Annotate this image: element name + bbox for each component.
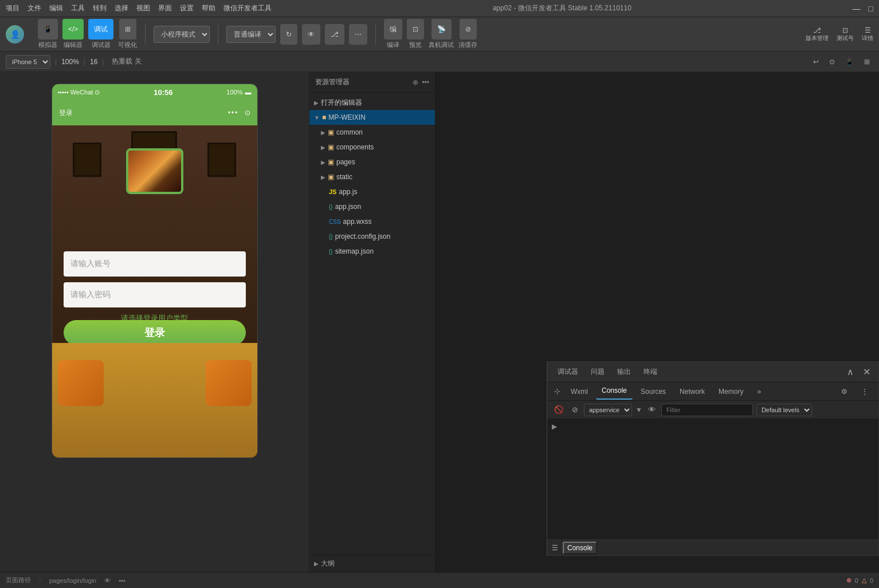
branch-button[interactable]: ⎇ <box>325 24 344 45</box>
folder-common[interactable]: ▶ ▣ common <box>309 125 435 140</box>
compile-select[interactable]: 普通编译 <box>226 26 276 43</box>
compile-button[interactable]: 编 <box>384 19 402 40</box>
more-tabs-button[interactable]: » <box>751 384 767 400</box>
eye-button[interactable]: 👁 <box>646 404 658 415</box>
devtools-tab-terminal[interactable]: 终端 <box>638 366 663 378</box>
file-app-js[interactable]: JS app.js <box>309 184 435 199</box>
mode-select[interactable]: 小程序模式 <box>154 26 210 43</box>
tab-network[interactable]: Network <box>674 384 711 400</box>
level-dropdown[interactable]: Default levels <box>756 404 812 416</box>
bottom-menu-icon[interactable]: ☰ <box>552 544 558 552</box>
console-prompt: ▶ <box>552 423 557 431</box>
device-select[interactable]: iPhone 5 <box>6 55 50 69</box>
open-editors-section[interactable]: ▶ 打开的编辑器 <box>309 95 435 110</box>
file-sitemap[interactable]: {} sitemap.json <box>309 244 435 259</box>
preview-button[interactable]: ⊡ <box>407 19 424 40</box>
more-dots-icon[interactable]: ••• <box>228 109 239 117</box>
service-dropdown[interactable]: appservice <box>584 404 632 416</box>
tab-wxml[interactable]: Wxml <box>565 384 594 400</box>
folder-static[interactable]: ▶ ▣ static <box>309 169 435 184</box>
password-input[interactable]: 请输入密码 <box>64 282 246 307</box>
screen-button[interactable]: ⊞ <box>861 57 873 67</box>
folder-components[interactable]: ▶ ▣ components <box>309 140 435 155</box>
menu-icon[interactable]: ⋮ <box>856 384 874 400</box>
folder-pages[interactable]: ▶ ▣ pages <box>309 155 435 169</box>
debugger-toggle[interactable]: 调试 调试器 <box>88 19 113 49</box>
record-button[interactable]: ⊙ <box>826 57 838 67</box>
minimize-button[interactable]: — <box>853 4 861 13</box>
menu-edit[interactable]: 编辑 <box>49 3 63 13</box>
refresh-button[interactable]: ↻ <box>280 24 297 45</box>
devtools-tab-debugger[interactable]: 调试器 <box>552 366 584 378</box>
toolbar-separator-1 <box>145 24 146 45</box>
menu-bar[interactable]: 项目 文件 编辑 工具 转到 选择 视图 界面 设置 帮助 微信开发者工具 <box>6 3 272 13</box>
menu-help[interactable]: 帮助 <box>202 3 215 13</box>
menu-interface[interactable]: 界面 <box>158 3 172 13</box>
clear-cache-btn-group[interactable]: ⊘ 清缓存 <box>458 19 477 49</box>
devtools-tab-problems[interactable]: 问题 <box>585 366 610 378</box>
editor-toggle[interactable]: </> 编辑器 <box>62 19 84 49</box>
simulator-toggle[interactable]: 📱 模拟器 <box>38 19 58 49</box>
tab-console[interactable]: Console <box>596 384 633 400</box>
devtools-tab-output[interactable]: 输出 <box>611 366 637 378</box>
menu-tool[interactable]: 工具 <box>71 3 85 13</box>
maximize-button[interactable]: □ <box>869 4 873 13</box>
account-input[interactable]: 请输入账号 <box>64 251 246 277</box>
login-button[interactable]: 登录 <box>64 320 246 345</box>
stop-button[interactable]: ⊘ <box>570 404 580 415</box>
undo-button[interactable]: ↩ <box>810 57 822 67</box>
status-more-icon[interactable]: ••• <box>119 577 125 584</box>
root-label: MP-WEIXIN <box>328 113 366 121</box>
more-button[interactable]: ⋯ <box>349 24 367 45</box>
editor-button[interactable]: </> <box>62 19 84 40</box>
status-eye-icon[interactable]: 👁 <box>104 577 111 584</box>
phone-button[interactable]: 📱 <box>842 57 857 67</box>
preview-btn-group[interactable]: ⊡ 预览 <box>407 19 424 49</box>
simulator-button[interactable]: 📱 <box>38 19 58 40</box>
menu-goto[interactable]: 转到 <box>93 3 107 13</box>
compile-btn-group[interactable]: 编 编译 <box>384 19 402 49</box>
debugger-button[interactable]: 调试 <box>88 19 113 40</box>
preview-icon-button[interactable]: 👁 <box>302 24 320 45</box>
menu-devtools[interactable]: 微信开发者工具 <box>223 3 272 13</box>
avatar[interactable]: 👤 <box>6 25 24 44</box>
hot-reload-button[interactable]: 热重载 关 <box>108 56 144 68</box>
test-number-button[interactable]: ⊡ 测试号 <box>837 26 854 42</box>
bottom-console-tab[interactable]: Console <box>563 542 597 554</box>
window-controls[interactable]: — □ <box>853 4 873 13</box>
devtools-close-button[interactable]: ✕ <box>860 366 874 377</box>
file-app-wxss[interactable]: CSS app.wxss <box>309 214 435 229</box>
visual-button[interactable]: ⊞ <box>119 19 136 40</box>
settings-icon[interactable]: ⚙ <box>835 384 853 400</box>
file-app-json[interactable]: {} app.json <box>309 199 435 214</box>
explorer-actions[interactable]: ⊕ ••• <box>413 78 429 86</box>
clear-cache-button[interactable]: ⊘ <box>460 19 477 40</box>
path-label[interactable]: 页面路径 <box>6 576 31 585</box>
detail-button[interactable]: ☰ 详情 <box>862 26 873 42</box>
camera-icon[interactable]: ⊙ <box>245 109 250 117</box>
menu-file[interactable]: 文件 <box>28 3 41 13</box>
sofa-decoration <box>52 343 257 457</box>
devtools-collapse-button[interactable]: ∧ <box>843 366 857 377</box>
tab-sources[interactable]: Sources <box>635 384 672 400</box>
root-folder[interactable]: ▼ ■ MP-WEIXIN <box>309 110 435 125</box>
more-options-icon[interactable]: ••• <box>422 78 429 86</box>
real-machine-btn-group[interactable]: 📡 真机调试 <box>429 19 454 49</box>
path-value[interactable]: pages/login/login <box>49 577 97 584</box>
carrier-name: WeChat <box>70 89 93 96</box>
outline-section[interactable]: ▶ 大纲 <box>309 555 435 572</box>
menu-view[interactable]: 视图 <box>136 3 150 13</box>
menu-select[interactable]: 选择 <box>115 3 128 13</box>
signal-dots: ••••• <box>58 89 69 96</box>
visual-toggle[interactable]: ⊞ 可视化 <box>118 19 137 49</box>
version-manage-button[interactable]: ⎇ 版本管理 <box>806 26 829 42</box>
file-project-config[interactable]: {} project.config.json <box>309 229 435 244</box>
menu-project[interactable]: 项目 <box>6 3 19 13</box>
tab-memory[interactable]: Memory <box>713 384 749 400</box>
filter-input[interactable] <box>661 404 753 416</box>
clear-console-button[interactable]: 🚫 <box>552 404 566 415</box>
cursor-tool-button[interactable]: ⊹ <box>552 386 563 397</box>
menu-settings[interactable]: 设置 <box>180 3 194 13</box>
real-machine-button[interactable]: 📡 <box>431 19 452 40</box>
new-file-icon[interactable]: ⊕ <box>413 78 418 86</box>
